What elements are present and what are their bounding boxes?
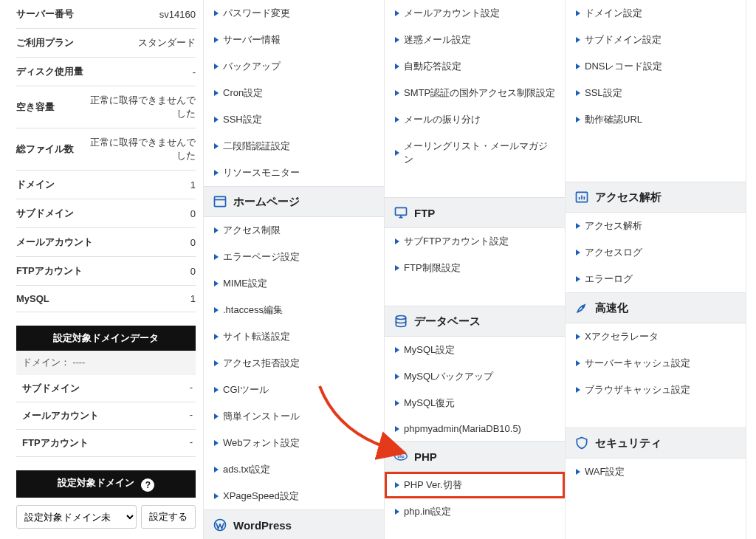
link-site-forward[interactable]: サイト転送設定 xyxy=(204,323,384,350)
chevron-right-icon xyxy=(214,10,219,16)
link-access-deny[interactable]: アクセス拒否設定 xyxy=(204,350,384,377)
chevron-right-icon xyxy=(395,509,399,515)
chevron-right-icon xyxy=(214,254,219,260)
stat-value: - xyxy=(190,409,193,422)
stat-value: - xyxy=(190,382,193,395)
link-dns[interactable]: DNSレコード設定 xyxy=(566,53,746,80)
link-backup[interactable]: バックアップ xyxy=(204,53,384,80)
link-php-ini[interactable]: php.ini設定 xyxy=(385,498,565,525)
browser-window-icon xyxy=(213,194,227,209)
link-label: WAF設定 xyxy=(585,465,625,478)
chevron-right-icon xyxy=(214,387,219,393)
chevron-right-icon xyxy=(576,387,580,393)
set-button[interactable]: 設定する xyxy=(141,505,196,529)
link-mysql-backup[interactable]: MySQLバックアップ xyxy=(385,363,565,390)
server-stats: サーバー番号sv14160 ご利用プランスタンダード ディスク使用量- 空き容量… xyxy=(16,0,196,312)
domain-line: ドメイン： ---- xyxy=(16,351,196,375)
link-waf[interactable]: WAF設定 xyxy=(566,459,746,485)
chevron-right-icon xyxy=(576,37,580,43)
link-mail-account[interactable]: メールアカウント設定 xyxy=(385,0,565,27)
link-sub-ftp[interactable]: サブFTPアカウント設定 xyxy=(385,228,565,255)
link-ads-txt[interactable]: ads.txt設定 xyxy=(204,456,384,483)
link-ssh[interactable]: SSH設定 xyxy=(204,106,384,133)
link-access-log[interactable]: アクセスログ xyxy=(566,239,746,266)
chevron-right-icon xyxy=(214,63,219,69)
link-php-ver-switch[interactable]: PHP Ver.切替 xyxy=(385,472,565,498)
link-phpmyadmin[interactable]: phpmyadmin(MariaDB10.5) xyxy=(385,416,565,441)
help-icon[interactable]: ? xyxy=(141,478,154,492)
cat-title: データベース xyxy=(414,315,481,329)
link-2fa[interactable]: 二段階認証設定 xyxy=(204,133,384,159)
link-mime[interactable]: MIME設定 xyxy=(204,270,384,297)
stat-value: 正常に取得できませんでした xyxy=(85,94,196,120)
link-label: 簡単インストール xyxy=(223,410,300,423)
link-label: XPageSpeed設定 xyxy=(223,490,299,503)
link-error-page[interactable]: エラーページ設定 xyxy=(204,244,384,270)
link-server-cache[interactable]: サーバーキャッシュ設定 xyxy=(566,350,746,377)
chevron-right-icon xyxy=(214,37,219,43)
chevron-right-icon xyxy=(576,117,580,123)
chevron-right-icon xyxy=(214,227,219,233)
target-domain-select[interactable]: 設定対象ドメイン未 xyxy=(16,505,137,529)
chevron-right-icon xyxy=(576,63,580,69)
link-label: アクセス制限 xyxy=(223,224,281,237)
link-label: パスワード変更 xyxy=(223,7,290,20)
link-label: ドメイン設定 xyxy=(585,7,642,20)
link-mysql-restore[interactable]: MySQL復元 xyxy=(385,390,565,416)
chevron-right-icon xyxy=(395,150,399,156)
cat-title: FTP xyxy=(414,207,435,219)
link-label: Cron設定 xyxy=(223,86,263,100)
link-cron[interactable]: Cron設定 xyxy=(204,80,384,106)
link-mailing-list[interactable]: メーリングリスト・メールマガジン xyxy=(385,133,565,173)
chevron-right-icon xyxy=(576,223,580,229)
chevron-right-icon xyxy=(395,374,399,380)
chevron-right-icon xyxy=(214,143,219,149)
link-cgi-tool[interactable]: CGIツール xyxy=(204,377,384,403)
cat-title: アクセス解析 xyxy=(595,190,662,205)
link-label: MySQL復元 xyxy=(404,396,455,410)
link-ssl[interactable]: SSL設定 xyxy=(566,80,746,106)
stat-label: ディスク使用量 xyxy=(16,65,83,78)
link-label: サイト転送設定 xyxy=(223,330,290,343)
link-domain[interactable]: ドメイン設定 xyxy=(566,0,746,27)
stat-value: 1 xyxy=(190,293,196,304)
link-x-accelerator[interactable]: Xアクセラレータ xyxy=(566,323,746,350)
monitor-icon xyxy=(394,205,408,220)
link-access-restriction[interactable]: アクセス制限 xyxy=(204,217,384,244)
wordpress-icon xyxy=(213,518,227,532)
chevron-right-icon xyxy=(395,37,399,43)
link-auto-reply[interactable]: 自動応答設定 xyxy=(385,53,565,80)
link-label: ブラウザキャッシュ設定 xyxy=(585,383,690,396)
link-ftp-restriction[interactable]: FTP制限設定 xyxy=(385,255,565,281)
link-label: サーバー情報 xyxy=(223,33,281,47)
link-browser-cache[interactable]: ブラウザキャッシュ設定 xyxy=(566,377,746,403)
link-error-log[interactable]: エラーログ xyxy=(566,266,746,292)
link-label: SSH設定 xyxy=(223,113,262,126)
link-webfont[interactable]: Webフォント設定 xyxy=(204,430,384,456)
link-check-url[interactable]: 動作確認URL xyxy=(566,106,746,133)
link-smtp-auth[interactable]: SMTP認証の国外アクセス制限設定 xyxy=(385,80,565,106)
link-mysql[interactable]: MySQL設定 xyxy=(385,337,565,363)
link-spam-mail[interactable]: 迷惑メール設定 xyxy=(385,27,565,53)
link-htaccess[interactable]: .htaccess編集 xyxy=(204,297,384,323)
stat-label: 空き容量 xyxy=(16,100,55,114)
stat-value: スタンダード xyxy=(138,36,196,49)
chevron-right-icon xyxy=(576,360,580,366)
link-server-info[interactable]: サーバー情報 xyxy=(204,27,384,53)
chevron-right-icon xyxy=(576,10,580,16)
link-resource-monitor[interactable]: リソースモニター xyxy=(204,159,384,186)
link-xpagespeed[interactable]: XPageSpeed設定 xyxy=(204,483,384,509)
chevron-right-icon xyxy=(395,265,399,271)
link-label: Webフォント設定 xyxy=(223,436,300,450)
link-label: MySQLバックアップ xyxy=(404,370,493,383)
stat-value: - xyxy=(190,436,193,450)
link-mail-filter[interactable]: メールの振り分け xyxy=(385,106,565,133)
link-subdomain[interactable]: サブドメイン設定 xyxy=(566,27,746,53)
link-password-change[interactable]: パスワード変更 xyxy=(204,0,384,27)
link-label: 迷惑メール設定 xyxy=(404,33,471,47)
cat-access: アクセス解析 xyxy=(566,182,746,213)
link-label: サブドメイン設定 xyxy=(585,33,662,47)
link-easy-install[interactable]: 簡単インストール xyxy=(204,403,384,430)
svg-rect-0 xyxy=(215,196,226,206)
link-access-analysis[interactable]: アクセス解析 xyxy=(566,213,746,239)
